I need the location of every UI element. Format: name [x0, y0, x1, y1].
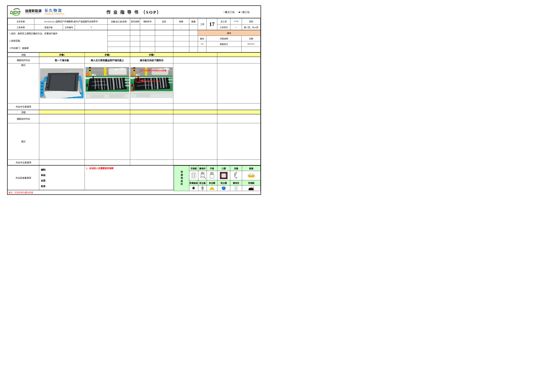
cell [173, 52, 217, 57]
face-mask-label: 口罩 [217, 166, 230, 171]
page-no-label: 页码 [242, 18, 260, 25]
product-name-label: 品名 [155, 18, 173, 25]
element [125, 79, 129, 81]
cell [242, 47, 260, 52]
cell [173, 123, 217, 160]
element: 1.目的：指导员工按照正确的方法、步骤进行操作 2.适用范围： 3.作业部门：组… [8, 30, 261, 36]
cell [39, 63, 85, 103]
detail-action-label: 细部动作作业 [8, 57, 39, 63]
photo-step1-take-plate [40, 63, 84, 98]
safety-shoes-note: 1、此站别人员需要穿劳保鞋 [86, 167, 172, 170]
element [86, 84, 88, 87]
step2-detail: 两人合力将其搬运到产线托盘上 [85, 57, 130, 63]
photo-cold-plate-on-pallet [40, 68, 84, 98]
element [71, 73, 71, 73]
element: 流程 步骤1 步骤2 步骤3 [8, 52, 261, 57]
cell [189, 171, 198, 180]
cell [130, 103, 173, 110]
process-page-label: 工序页次 [217, 25, 230, 30]
cell [173, 30, 189, 36]
cell [173, 41, 189, 47]
cell [207, 185, 217, 191]
countersign-label: 会签: [41, 179, 84, 182]
version-date-value: 2024/4/3 [242, 41, 260, 47]
cell [155, 47, 173, 52]
cell [155, 25, 173, 30]
element [204, 177, 205, 178]
step1-detail: 取一个液冷板 [39, 57, 85, 63]
doc-no-value: 0 [75, 25, 108, 30]
ppe-area-label: 劳保用品区 [180, 171, 183, 186]
process-number: 17 [207, 18, 217, 30]
glove-icon [209, 172, 215, 180]
reviewed-by-label: 审核: [41, 174, 84, 177]
safety-shoes-icon [248, 186, 255, 190]
photo-step2-carry-to-line [85, 63, 130, 99]
cell [207, 171, 217, 180]
element [68, 91, 68, 91]
ppe-area: 劳保用品区 手指套 静电环 手套 口罩 耳塞 眼镜 [174, 166, 261, 190]
cell [173, 57, 217, 63]
element [236, 189, 237, 190]
element [157, 78, 158, 88]
version-desc-value: 新版发行 [206, 41, 242, 47]
element [89, 67, 91, 69]
element [193, 186, 195, 187]
element [193, 189, 194, 190]
element [125, 85, 129, 86]
element [104, 67, 106, 76]
finger-cots-label: 手指套 [189, 166, 198, 171]
cell [108, 36, 130, 41]
element: 重点工站 [225, 11, 235, 14]
prepared-by-label: 编制: [41, 168, 84, 171]
cell [140, 30, 155, 36]
element [248, 175, 251, 177]
signature-block: 编制: 审核: 会签: 批准: [39, 166, 85, 190]
cell [140, 36, 155, 41]
cell [39, 110, 85, 114]
document-info-table: 文件名称: DZ100233L1组串式户外储能柜(液冷)产品组装作业指导书 设备… [7, 18, 261, 30]
step1-header: 步骤1 [39, 52, 85, 57]
element [202, 187, 203, 189]
cell [39, 103, 85, 110]
element: 图示 [8, 63, 261, 103]
cell [155, 30, 173, 36]
cell [140, 47, 155, 52]
purpose-version-band: 1.目的：指导员工按照正确的方法、步骤进行操作 2.适用范围： 3.作业部门：组… [7, 30, 261, 52]
version-band-title: 版本 [198, 30, 260, 36]
element [114, 69, 118, 71]
model-label: 型号说明 [130, 18, 140, 25]
cell [140, 41, 155, 47]
esd-wrist-strap-label: 静电环 [198, 166, 207, 171]
element [202, 189, 202, 190]
element [247, 176, 248, 177]
photo-step3-orientation: 注液口方向朝流水线运动方向放置 [131, 63, 173, 98]
element [109, 94, 125, 98]
element: 文件名称: DZ100233L1组串式户外储能柜(液冷)产品组装作业指导书 设备… [8, 18, 261, 25]
esd-coat-label: 静电衣 [230, 180, 242, 185]
cell [217, 57, 260, 63]
cell [155, 36, 173, 41]
material-no-label: 物料料号 [140, 18, 155, 25]
element [202, 189, 203, 190]
element [235, 189, 236, 190]
cell [130, 160, 173, 165]
element [251, 175, 254, 177]
cell [130, 123, 173, 160]
element [203, 187, 204, 188]
cell [217, 171, 230, 180]
cell [130, 47, 140, 52]
total-process-value: 17/26 [230, 18, 242, 25]
cell [217, 185, 230, 191]
cell [130, 110, 173, 114]
cell [85, 123, 130, 160]
equipment-name-label: 设备(治工具)名称 [108, 18, 130, 25]
key-station-checkbox: □重点工站 [224, 10, 235, 14]
cell [155, 41, 173, 47]
cell [189, 41, 198, 47]
cell [173, 110, 217, 114]
element [211, 172, 212, 175]
approved-by-label: 批准: [41, 184, 84, 188]
cell [108, 47, 130, 52]
element [138, 74, 139, 75]
